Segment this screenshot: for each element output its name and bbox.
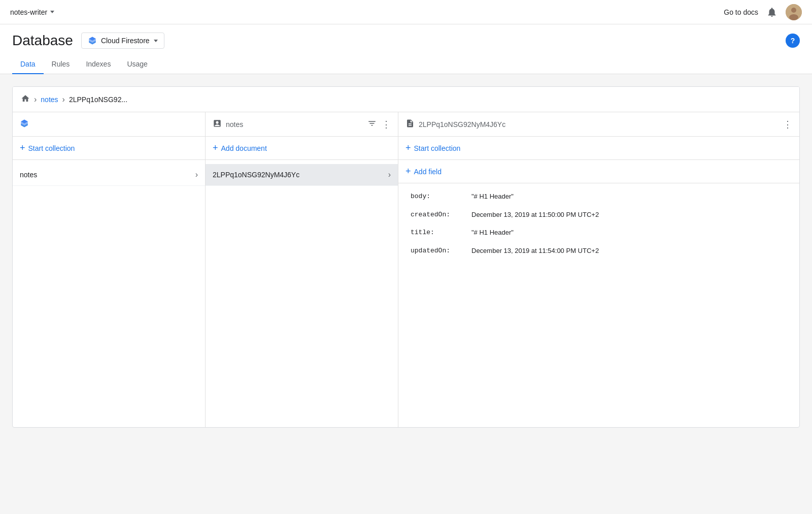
firestore-label: Cloud Firestore: [101, 37, 150, 45]
field-value-title: "# H1 Header": [471, 228, 514, 238]
collection-col-header: notes ⋮: [206, 112, 398, 137]
document-column: 2LPPq1oNSG92NyM4J6Yc ⋮ + Start collectio…: [398, 112, 799, 427]
top-nav-right: Go to docs: [724, 4, 802, 20]
tab-rules[interactable]: Rules: [44, 55, 78, 74]
columns-wrapper: + Start collection notes ›: [13, 112, 799, 427]
breadcrumb-home-icon[interactable]: [21, 94, 30, 105]
project-name: notes-writer: [10, 8, 47, 16]
root-col-body: notes ›: [13, 160, 205, 427]
notes-collection-arrow: ›: [195, 170, 198, 179]
notification-bell-icon[interactable]: [766, 7, 777, 18]
breadcrumb-separator-2: ›: [62, 95, 65, 104]
breadcrumb-docid: 2LPPq1oNSG92...: [69, 95, 127, 104]
user-avatar[interactable]: [786, 4, 802, 20]
firestore-chevron-icon: [154, 40, 158, 42]
tab-data[interactable]: Data: [12, 55, 44, 74]
collection-column: notes ⋮ + Add document 2LPPq1oNSG92NyM4J…: [206, 112, 398, 427]
field-key-body: body:: [411, 191, 471, 202]
field-row-body: body: "# H1 Header": [398, 187, 799, 206]
field-row-createdon: createdOn: December 13, 2019 at 11:50:00…: [398, 206, 799, 224]
add-field-button[interactable]: + Add field: [398, 160, 799, 183]
svg-point-2: [789, 14, 798, 20]
start-collection-root-label: Start collection: [28, 144, 75, 152]
field-value-createdon: December 13, 2019 at 11:50:00 PM UTC+2: [471, 210, 599, 220]
page-header-top: Database Cloud Firestore ?: [12, 33, 800, 49]
document-arrow: ›: [388, 170, 391, 179]
tab-indexes[interactable]: Indexes: [78, 55, 119, 74]
root-col-header: [13, 112, 205, 137]
page-header: Database Cloud Firestore ? Data Rules In…: [0, 24, 812, 74]
notes-collection-label: notes: [20, 171, 195, 179]
start-collection-button-root[interactable]: + Start collection: [13, 137, 205, 160]
help-icon-button[interactable]: ?: [786, 34, 800, 48]
document-id-label: 2LPPq1oNSG92NyM4J6Yc: [213, 171, 388, 179]
collection-icon: [213, 119, 222, 130]
document-col-body: body: "# H1 Header" createdOn: December …: [398, 183, 799, 427]
tab-usage[interactable]: Usage: [119, 55, 155, 74]
field-row-updatedon: updatedOn: December 13, 2019 at 11:54:00…: [398, 242, 799, 260]
go-to-docs-link[interactable]: Go to docs: [724, 8, 758, 16]
project-selector[interactable]: notes-writer: [10, 8, 54, 16]
list-item-document[interactable]: 2LPPq1oNSG92NyM4J6Yc ›: [206, 164, 398, 186]
page-title-row: Database Cloud Firestore: [12, 33, 164, 49]
document-menu-icon[interactable]: ⋮: [783, 120, 792, 129]
collection-col-actions: ⋮: [366, 118, 391, 131]
document-icon: [405, 119, 415, 130]
add-document-label: Add document: [221, 144, 267, 152]
field-key-createdon: createdOn:: [411, 210, 471, 220]
collection-menu-icon[interactable]: ⋮: [382, 120, 391, 129]
firestore-badge-button[interactable]: Cloud Firestore: [81, 33, 164, 49]
breadcrumb-separator-1: ›: [34, 95, 37, 104]
page-title: Database: [12, 33, 73, 49]
field-key-title: title:: [411, 228, 471, 238]
top-nav: notes-writer Go to docs: [0, 0, 812, 24]
tabs-bar: Data Rules Indexes Usage: [12, 55, 800, 74]
document-col-header: 2LPPq1oNSG92NyM4J6Yc ⋮: [398, 112, 799, 137]
start-collection-button-doc[interactable]: + Start collection: [398, 137, 799, 160]
firestore-badge-icon: [88, 36, 97, 45]
add-document-button[interactable]: + Add document: [206, 137, 398, 160]
database-panel: › notes › 2LPPq1oNSG92...: [12, 86, 800, 428]
field-key-updatedon: updatedOn:: [411, 246, 471, 256]
collection-col-body: 2LPPq1oNSG92NyM4J6Yc ›: [206, 160, 398, 427]
breadcrumb-notes[interactable]: notes: [41, 95, 58, 104]
collection-title: notes: [226, 120, 362, 128]
field-value-updatedon: December 13, 2019 at 11:54:00 PM UTC+2: [471, 246, 599, 256]
field-row-title: title: "# H1 Header": [398, 223, 799, 242]
filter-icon[interactable]: [366, 118, 378, 131]
field-value-body: "# H1 Header": [471, 191, 514, 202]
svg-point-1: [791, 8, 796, 13]
root-firestore-icon: [20, 119, 29, 130]
main-content: › notes › 2LPPq1oNSG92...: [0, 74, 812, 440]
list-item-notes[interactable]: notes ›: [13, 164, 205, 186]
breadcrumb: › notes › 2LPPq1oNSG92...: [13, 87, 799, 112]
project-chevron-icon: [50, 11, 54, 13]
start-collection-doc-label: Start collection: [414, 144, 461, 152]
document-col-title: 2LPPq1oNSG92NyM4J6Yc: [419, 120, 779, 128]
root-column: + Start collection notes ›: [13, 112, 206, 427]
add-field-label: Add field: [414, 168, 442, 176]
